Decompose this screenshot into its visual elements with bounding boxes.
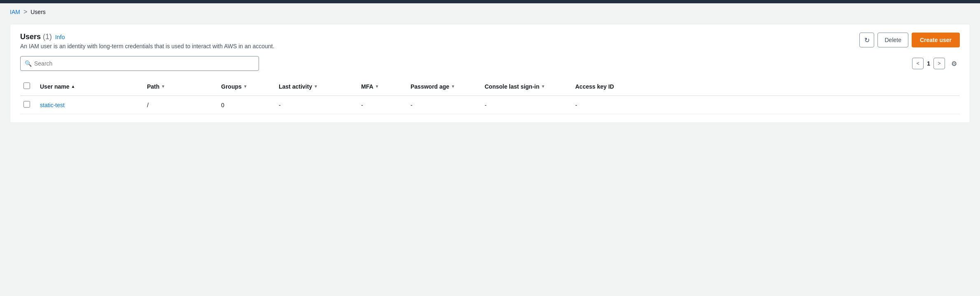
user-link[interactable]: static-test <box>40 102 65 108</box>
next-icon: > <box>938 61 940 66</box>
top-bar <box>0 0 980 3</box>
info-link[interactable]: Info <box>55 34 65 40</box>
panel-title: Users (1) <box>20 33 52 41</box>
mfa-sort[interactable]: MFA ▼ <box>361 83 379 90</box>
row-consolesignin: - <box>481 96 572 114</box>
col-path-label: Path <box>147 83 159 90</box>
panel-title-text: Users <box>20 33 41 41</box>
sort-asc-icon: ▲ <box>71 84 75 89</box>
panel-actions: ↻ Delete Create user <box>859 33 960 47</box>
users-panel: Users (1) Info An IAM user is an identit… <box>10 24 970 123</box>
search-input[interactable] <box>34 60 254 67</box>
sort-lastactivity-icon: ▼ <box>314 84 318 89</box>
main-content: Users (1) Info An IAM user is an identit… <box>0 21 980 133</box>
groups-sort[interactable]: Groups ▼ <box>221 83 247 90</box>
table-row: static-test / 0 - - - - - <box>20 96 960 114</box>
row-username: static-test <box>37 96 144 114</box>
col-header-path[interactable]: Path ▼ <box>144 78 218 96</box>
select-all-checkbox[interactable] <box>23 82 30 89</box>
col-mfa-label: MFA <box>361 83 373 90</box>
sort-mfa-icon: ▼ <box>375 84 379 89</box>
panel-count: (1) <box>43 33 52 41</box>
col-header-passwordage[interactable]: Password age ▼ <box>407 78 481 96</box>
panel-header: Users (1) Info An IAM user is an identit… <box>20 33 960 49</box>
sort-passwordage-icon: ▼ <box>451 84 455 89</box>
sort-consolesignin-icon: ▼ <box>541 84 545 89</box>
sort-groups-icon: ▼ <box>243 84 247 89</box>
path-sort[interactable]: Path ▼ <box>147 83 165 90</box>
create-user-button[interactable]: Create user <box>912 33 960 47</box>
row-path: / <box>144 96 218 114</box>
breadcrumb-iam-link[interactable]: IAM <box>10 9 20 15</box>
search-icon: 🔍 <box>25 60 32 67</box>
select-all-col <box>20 78 37 96</box>
panel-description: An IAM user is an identity with long-ter… <box>20 43 274 49</box>
refresh-icon: ↻ <box>864 36 870 44</box>
col-groups-label: Groups <box>221 83 242 90</box>
col-accesskey-label: Access key ID <box>575 83 614 90</box>
passwordage-sort[interactable]: Password age ▼ <box>411 83 455 90</box>
settings-icon: ⚙ <box>951 60 957 68</box>
users-table-wrap: User name ▲ Path ▼ Group <box>20 78 960 114</box>
consolesignin-sort[interactable]: Console last sign-in ▼ <box>485 83 545 90</box>
col-username-label: User name <box>40 83 70 90</box>
table-settings-button[interactable]: ⚙ <box>948 58 960 69</box>
users-table: User name ▲ Path ▼ Group <box>20 78 960 114</box>
col-header-accesskey[interactable]: Access key ID <box>572 78 960 96</box>
row-lastactivity: - <box>275 96 358 114</box>
search-bar-row: 🔍 < 1 > ⚙ <box>20 56 960 71</box>
row-mfa: - <box>358 96 407 114</box>
col-header-consolesignin[interactable]: Console last sign-in ▼ <box>481 78 572 96</box>
sort-desc-icon: ▼ <box>161 84 165 89</box>
prev-icon: < <box>917 61 919 66</box>
row-accesskey: - <box>572 96 960 114</box>
col-consolesignin-label: Console last sign-in <box>485 83 539 90</box>
page-number: 1 <box>927 60 930 67</box>
col-header-mfa[interactable]: MFA ▼ <box>358 78 407 96</box>
delete-button[interactable]: Delete <box>877 33 908 47</box>
panel-title-row: Users (1) Info <box>20 33 274 41</box>
prev-page-button[interactable]: < <box>912 58 924 69</box>
table-header-row: User name ▲ Path ▼ Group <box>20 78 960 96</box>
col-header-groups[interactable]: Groups ▼ <box>218 78 275 96</box>
username-sort[interactable]: User name ▲ <box>40 83 75 90</box>
col-header-username[interactable]: User name ▲ <box>37 78 144 96</box>
row-groups: 0 <box>218 96 275 114</box>
search-wrap: 🔍 <box>20 56 259 71</box>
row-passwordage: - <box>407 96 481 114</box>
breadcrumb-current: Users <box>30 9 46 15</box>
pagination-controls: < 1 > ⚙ <box>912 58 960 69</box>
next-page-button[interactable]: > <box>933 58 945 69</box>
breadcrumb-separator: > <box>23 8 27 16</box>
refresh-button[interactable]: ↻ <box>859 33 874 47</box>
row-checkbox-cell <box>20 96 37 114</box>
breadcrumb: IAM > Users <box>0 3 980 21</box>
lastactivity-sort[interactable]: Last activity ▼ <box>279 83 318 90</box>
col-passwordage-label: Password age <box>411 83 449 90</box>
col-lastactivity-label: Last activity <box>279 83 312 90</box>
row-checkbox[interactable] <box>23 101 30 108</box>
panel-title-section: Users (1) Info An IAM user is an identit… <box>20 33 274 49</box>
col-header-lastactivity[interactable]: Last activity ▼ <box>275 78 358 96</box>
